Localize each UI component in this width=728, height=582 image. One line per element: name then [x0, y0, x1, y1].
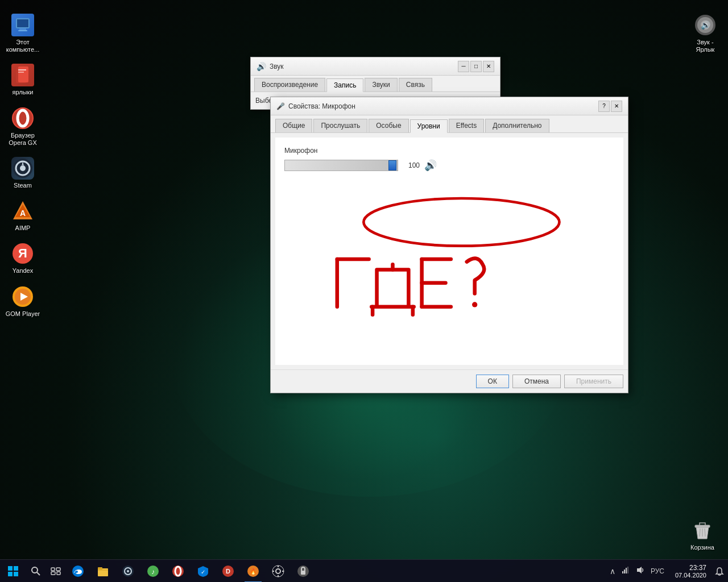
svg-point-47 — [127, 570, 129, 572]
properties-footer: ОК Отмена Применить — [271, 369, 628, 393]
taskbar-app-active[interactable]: 🔥 — [241, 560, 266, 583]
properties-body: Микрофон 100 🔊 — [275, 138, 623, 365]
taskbar-app-steam[interactable] — [115, 560, 140, 583]
aimp-icon: A — [11, 199, 34, 222]
desktop-icon-aimp[interactable]: A AIMP — [3, 197, 43, 234]
svg-rect-66 — [624, 569, 625, 573]
svg-rect-41 — [57, 572, 60, 575]
sound-dialog-tabs: Воспроизведение Запись Звуки Связь — [251, 76, 500, 92]
taskbar: ♪ ✓ D 🔥 — [0, 559, 728, 582]
gom-icon — [11, 285, 34, 308]
sound-tab-record[interactable]: Запись — [326, 78, 363, 92]
svg-rect-35 — [14, 572, 18, 576]
start-button[interactable] — [0, 560, 26, 583]
windows-icon — [7, 566, 19, 577]
desktop-icon-bookmarks[interactable]: ярлыки — [3, 61, 43, 98]
yandex-icon: Я — [11, 242, 34, 265]
mic-slider-row: 100 🔊 — [284, 159, 614, 172]
svg-rect-34 — [8, 572, 13, 576]
desktop-icon-bookmarks-label: ярлыки — [13, 89, 34, 96]
props-tab-special[interactable]: Особые — [369, 119, 408, 132]
props-tab-listen[interactable]: Прослушать — [313, 119, 367, 132]
sound-dialog-titlebar: 🔊 Звук ─ □ ✕ — [251, 57, 500, 76]
svg-rect-28 — [695, 525, 710, 527]
svg-text:🔥: 🔥 — [250, 568, 257, 575]
sound-dialog-maximize[interactable]: □ — [470, 61, 482, 72]
properties-tabs: Общие Прослушать Особые Уровни Effects Д… — [271, 115, 628, 133]
desktop-icon-yandex-label: Yandex — [13, 267, 34, 275]
taskbar-app-lock[interactable] — [291, 560, 316, 583]
properties-dialog-help[interactable]: ? — [598, 101, 610, 112]
ok-button[interactable]: ОК — [476, 375, 509, 388]
desktop-icon-opera[interactable]: Браузер Opera GX — [3, 105, 43, 149]
sound-dialog-minimize[interactable]: ─ — [458, 61, 469, 72]
sound-tab-playback[interactable]: Воспроизведение — [254, 78, 325, 92]
desktop-icon-aimp-label: AIMP — [15, 225, 31, 232]
taskbar-apps: ♪ ✓ D 🔥 — [65, 560, 603, 583]
sound-tab-sounds[interactable]: Звуки — [365, 78, 397, 92]
cancel-button[interactable]: Отмена — [512, 375, 561, 388]
svg-rect-43 — [98, 568, 108, 576]
props-tab-general[interactable]: Общие — [275, 119, 312, 132]
taskbar-app-shield[interactable]: ✓ — [191, 560, 216, 583]
svg-rect-33 — [14, 566, 18, 571]
svg-rect-44 — [98, 567, 102, 569]
slider-thumb[interactable] — [388, 160, 396, 171]
svg-rect-64 — [301, 571, 305, 575]
recycle-icon — [691, 519, 714, 542]
search-icon — [31, 566, 41, 576]
desktop-icon-recycle[interactable]: Корзина — [682, 517, 722, 554]
taskbar-task-view[interactable] — [46, 560, 65, 583]
tray-language-icon[interactable]: РУС — [649, 566, 666, 576]
desktop-icon-yandex[interactable]: Я Yandex — [3, 240, 43, 277]
properties-dialog[interactable]: 🎤 Свойства: Микрофон ? ✕ Общие Прослушат… — [270, 97, 628, 393]
svg-text:A: A — [20, 209, 26, 218]
svg-rect-67 — [626, 568, 627, 573]
svg-rect-38 — [51, 568, 55, 571]
properties-dialog-controls: ? ✕ — [598, 101, 622, 112]
tray-network-icon[interactable] — [619, 564, 632, 577]
taskbar-app-game[interactable]: D — [216, 560, 241, 583]
taskbar-app-opera[interactable] — [166, 560, 191, 583]
svg-text:D: D — [226, 568, 230, 575]
sound-tab-link[interactable]: Связь — [399, 78, 432, 92]
taskbar-app-edge[interactable] — [65, 560, 90, 583]
props-tab-advanced[interactable]: Дополнительно — [485, 119, 549, 132]
sound-icon: 🔊 — [694, 14, 717, 36]
taskbar-search[interactable] — [26, 560, 46, 583]
volume-mute-icon[interactable]: 🔊 — [424, 159, 437, 172]
desktop: Этот компьюте... ярлыки — [0, 0, 728, 582]
clock-date: 07.04.2020 — [675, 572, 706, 579]
taskbar-app-music[interactable]: ♪ — [140, 560, 166, 583]
desktop-icon-computer[interactable]: Этот компьюте... — [3, 11, 43, 56]
desktop-icon-sound[interactable]: 🔊 Звук - Ярлык — [685, 11, 725, 56]
desktop-icon-steam[interactable]: Steam — [3, 155, 43, 192]
clock-time: 23:37 — [689, 564, 706, 572]
taskbar-clock[interactable]: 23:37 07.04.2020 — [671, 560, 711, 583]
desktop-icon-gom[interactable]: GOM Player — [3, 283, 43, 320]
svg-text:Я: Я — [18, 246, 27, 260]
computer-icon — [11, 14, 34, 36]
notification-icon[interactable] — [711, 560, 728, 583]
taskbar-app-settings[interactable] — [266, 560, 291, 583]
mic-volume-slider[interactable] — [284, 160, 398, 171]
properties-dialog-close[interactable]: ✕ — [611, 101, 622, 112]
svg-text:✓: ✓ — [201, 569, 205, 575]
taskbar-app-explorer[interactable] — [90, 560, 115, 583]
desktop-icon-sound-label: Звук - Ярлык — [688, 39, 723, 53]
svg-point-57 — [276, 569, 280, 573]
annotation-drawing — [275, 138, 623, 365]
tray-volume-icon[interactable] — [634, 564, 647, 577]
props-tab-levels[interactable]: Уровни — [410, 119, 448, 133]
svg-text:🔊: 🔊 — [701, 20, 711, 30]
tray-expand-icon[interactable]: ∧ — [608, 566, 617, 577]
apply-button[interactable]: Применить — [564, 375, 623, 388]
svg-point-36 — [32, 567, 38, 573]
desktop-icon-computer-label: Этот компьюте... — [5, 39, 40, 53]
props-tab-effects[interactable]: Effects — [449, 119, 484, 132]
desktop-icon-recycle-label: Корзина — [690, 544, 714, 551]
sound-dialog-close[interactable]: ✕ — [483, 61, 494, 72]
svg-line-31 — [705, 529, 705, 537]
mic-label: Микрофон — [284, 147, 614, 155]
sound-dialog-controls: ─ □ ✕ — [458, 61, 494, 72]
